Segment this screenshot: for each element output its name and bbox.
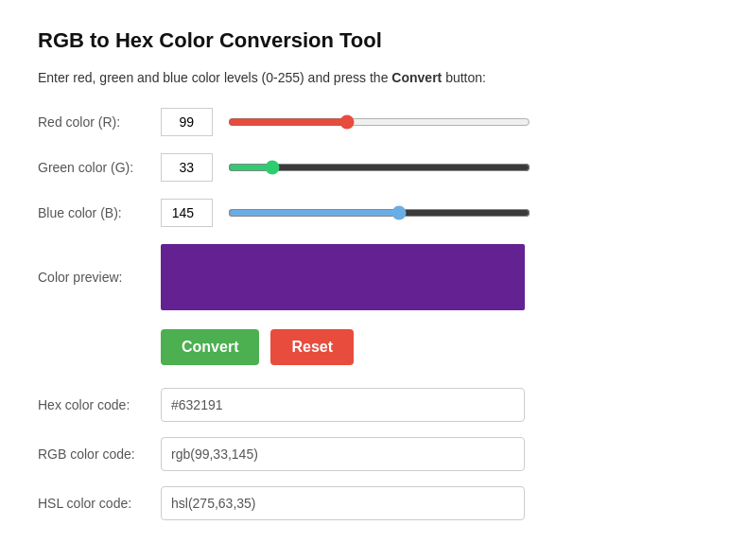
green-number-input[interactable] xyxy=(161,153,213,182)
green-number-field[interactable] xyxy=(161,153,213,182)
red-row: Red color (R): xyxy=(38,108,709,136)
red-number-field[interactable] xyxy=(161,108,213,136)
rgb-result-row: RGB color code: xyxy=(38,437,709,471)
red-label: Red color (R): xyxy=(38,114,161,130)
blue-number-field[interactable] xyxy=(161,199,213,227)
color-preview-box xyxy=(161,244,525,310)
hsl-label: HSL color code: xyxy=(38,496,161,511)
red-number-input[interactable] xyxy=(161,108,213,136)
hsl-result-row: HSL color code: xyxy=(38,486,709,520)
blue-row: Blue color (B): xyxy=(38,199,709,227)
hex-label: Hex color code: xyxy=(38,397,161,412)
buttons-row: Convert Reset xyxy=(161,329,709,365)
description-suffix: button: xyxy=(442,70,486,85)
blue-number-input[interactable] xyxy=(161,199,213,227)
blue-slider[interactable] xyxy=(228,203,530,222)
red-slider[interactable] xyxy=(228,113,530,131)
color-preview-row: Color preview: xyxy=(38,244,709,310)
description-convert-word: Convert xyxy=(391,70,442,85)
green-label: Green color (G): xyxy=(38,160,161,175)
rgb-output[interactable] xyxy=(161,437,525,471)
rgb-label: RGB color code: xyxy=(38,446,161,462)
hex-output[interactable] xyxy=(161,388,525,422)
reset-button[interactable]: Reset xyxy=(270,329,354,365)
green-row: Green color (G): xyxy=(38,153,709,182)
convert-button[interactable]: Convert xyxy=(161,329,259,365)
green-slider[interactable] xyxy=(228,158,530,177)
color-preview-label: Color preview: xyxy=(38,270,161,285)
description-prefix: Enter red, green and blue color levels (… xyxy=(38,70,391,85)
hex-result-row: Hex color code: xyxy=(38,388,709,422)
hsl-output[interactable] xyxy=(161,486,525,520)
page-title: RGB to Hex Color Conversion Tool xyxy=(38,28,709,53)
blue-label: Blue color (B): xyxy=(38,205,161,220)
description: Enter red, green and blue color levels (… xyxy=(38,70,709,85)
